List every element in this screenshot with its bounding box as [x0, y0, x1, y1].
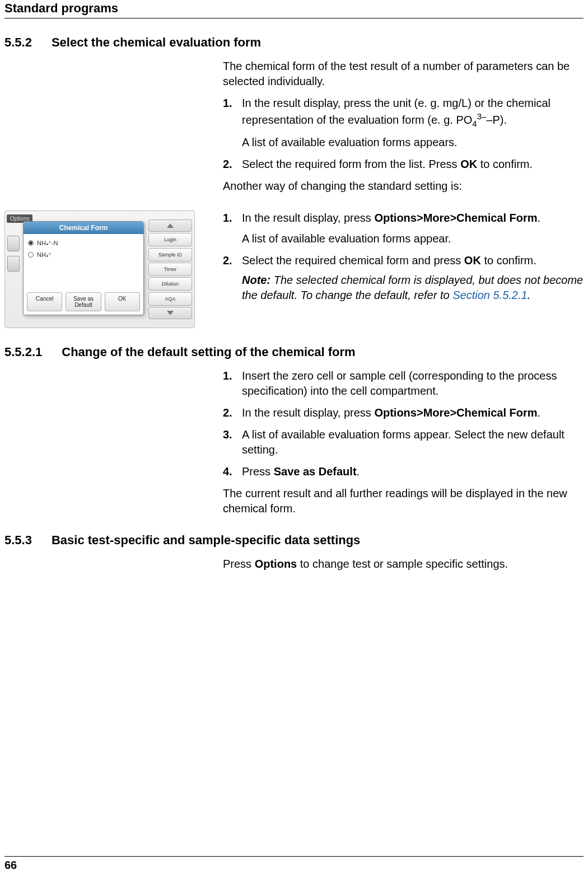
section-5521-heading: 5.5.2.1 Change of the default setting of… — [4, 345, 584, 359]
radio-option-1[interactable]: NH₄⁺-N — [28, 240, 139, 247]
block2-step1: 1. In the result display, press Options>… — [223, 211, 584, 246]
section-553-body: Press Options to change test or sample s… — [223, 557, 584, 572]
section-553-number: 5.5.3 — [4, 533, 32, 548]
device-screenshot: Options Chemical Form NH₄⁺-N NH₄⁺ — [4, 211, 195, 328]
text: Press — [223, 558, 255, 570]
bold-text: OK — [464, 254, 481, 267]
down-arrow-icon[interactable] — [148, 307, 192, 319]
side-panel: Login Sample ID Timer Dilution AQA — [148, 219, 192, 319]
section-552-body: The chemical form of the test result of … — [223, 59, 584, 194]
section-5521-body: 1. Insert the zero cell or sample cell (… — [223, 368, 584, 516]
section-552-step2: 2. Select the required form from the lis… — [223, 157, 584, 172]
radio-icon — [28, 252, 34, 258]
chemical-form-dialog: Chemical Form NH₄⁺-N NH₄⁺ Cancel Save as… — [23, 221, 144, 315]
text: to change test or sample specific settin… — [297, 558, 508, 570]
section-553-heading: 5.5.3 Basic test-specific and sample-spe… — [4, 533, 584, 548]
step-number: 2. — [223, 405, 242, 420]
cancel-button[interactable]: Cancel — [27, 292, 62, 311]
section-552-heading: 5.5.2 Select the chemical evaluation for… — [4, 35, 584, 50]
text: Select the required chemical form and pr… — [242, 254, 464, 267]
step-number: 3. — [223, 427, 242, 457]
left-icon-column — [7, 236, 20, 276]
text: . — [538, 406, 541, 419]
text: The selected chemical form is displayed,… — [242, 274, 583, 301]
ok-button[interactable]: OK — [105, 292, 140, 311]
step-text: Insert the zero cell or sample cell (cor… — [242, 368, 584, 399]
section-552-number: 5.5.2 — [4, 35, 32, 50]
text: In the result display, press — [242, 212, 374, 224]
dilution-button[interactable]: Dilution — [148, 277, 192, 291]
step-text: A list of available evaluation forms app… — [242, 427, 584, 457]
header-rule — [4, 18, 584, 18]
dialog-title: Chemical Form — [24, 222, 143, 234]
bold-text: Options>More>Chemical Form — [374, 212, 537, 224]
save-default-button[interactable]: Save as Default — [66, 292, 101, 311]
dialog-body: NH₄⁺-N NH₄⁺ — [24, 234, 143, 269]
text: Select the required form from the list. … — [242, 158, 460, 170]
text: to confirm. — [477, 158, 533, 170]
text: . — [357, 465, 360, 478]
step-text: Select the required form from the list. … — [242, 157, 584, 172]
dialog-button-row: Cancel Save as Default OK — [27, 292, 140, 311]
step1-subtext: A list of available evaluation forms app… — [242, 135, 584, 150]
step-text: Press Save as Default. — [242, 464, 584, 479]
section-552-step1: 1. In the result display, press the unit… — [223, 96, 584, 150]
section-5521-step2: 2. In the result display, press Options>… — [223, 405, 584, 420]
page-content: 5.5.2 Select the chemical evaluation for… — [0, 35, 588, 572]
bold-text: Options>More>Chemical Form — [374, 406, 537, 419]
chapter-title: Standard programs — [0, 0, 588, 18]
footer-rule — [4, 856, 584, 857]
text: –P). — [486, 114, 507, 126]
text: . — [538, 212, 541, 224]
step-number: 1. — [223, 96, 242, 150]
section-5521-title: Change of the default setting of the che… — [62, 345, 355, 359]
block2-note: Note: The selected chemical form is disp… — [242, 273, 584, 303]
section-553-text: Press Options to change test or sample s… — [223, 557, 584, 572]
step-text: In the result display, press Options>Mor… — [242, 211, 584, 246]
page-number: 66 — [4, 859, 584, 872]
step-text: In the result display, press the unit (e… — [242, 96, 584, 150]
subscript: 4 — [472, 119, 477, 128]
radio-option-2[interactable]: NH₄⁺ — [28, 251, 139, 259]
section-5521-step1: 1. Insert the zero cell or sample cell (… — [223, 368, 584, 399]
section-5521-step4: 4. Press Save as Default. — [223, 464, 584, 479]
aqa-button[interactable]: AQA — [148, 292, 192, 306]
radio-icon — [28, 240, 34, 246]
block2-step1-subtext: A list of available evaluation forms app… — [242, 231, 584, 246]
block2-body: 1. In the result display, press Options>… — [223, 211, 584, 310]
step-number: 1. — [223, 368, 242, 399]
login-button[interactable]: Login — [148, 233, 192, 246]
step-text: Select the required chemical form and pr… — [242, 253, 584, 303]
text: . — [528, 289, 531, 301]
section-552-alt-intro: Another way of changing the standard set… — [223, 179, 584, 194]
superscript: 3– — [477, 111, 487, 121]
cell-icon — [7, 256, 20, 272]
bold-text: Options — [255, 558, 297, 570]
section-5521-outro: The current result and all further readi… — [223, 486, 584, 516]
step-number: 2. — [223, 157, 242, 172]
text: In the result display, press — [242, 406, 374, 419]
page-footer: 66 — [0, 856, 588, 874]
sampleid-button[interactable]: Sample ID — [148, 248, 192, 261]
step-number: 1. — [223, 211, 242, 246]
step-text: In the result display, press Options>Mor… — [242, 405, 584, 420]
section-5521-number: 5.5.2.1 — [4, 345, 42, 359]
bold-text: Save as Default — [274, 465, 357, 478]
bold-text: OK — [460, 158, 477, 170]
note-label: Note: — [242, 274, 270, 286]
section-link[interactable]: Section 5.5.2.1 — [452, 289, 527, 301]
timer-button[interactable]: Timer — [148, 263, 192, 276]
text: Press — [242, 465, 274, 478]
section-552-intro: The chemical form of the test result of … — [223, 59, 584, 89]
section-553-title: Basic test-specific and sample-specific … — [52, 533, 360, 548]
radio-label: NH₄⁺-N — [37, 240, 58, 247]
step-number: 4. — [223, 464, 242, 479]
step-number: 2. — [223, 253, 242, 303]
text: to confirm. — [481, 254, 536, 267]
up-arrow-icon[interactable] — [148, 219, 192, 232]
section-5521-step3: 3. A list of available evaluation forms … — [223, 427, 584, 457]
section-552-title: Select the chemical evaluation form — [52, 35, 261, 50]
screenshot-row: Options Chemical Form NH₄⁺-N NH₄⁺ — [4, 211, 584, 328]
cell-icon — [7, 236, 20, 251]
block2-step2: 2. Select the required chemical form and… — [223, 253, 584, 303]
